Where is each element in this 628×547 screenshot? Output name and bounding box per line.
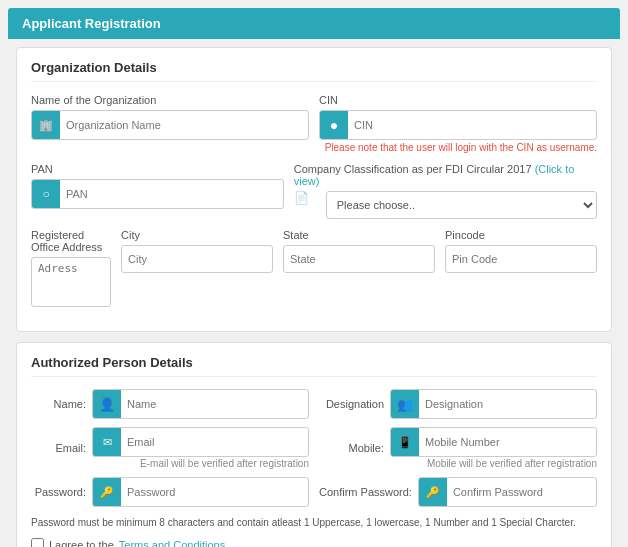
- email-field-wrapper: ✉: [92, 427, 309, 457]
- password-note: Password must be minimum 8 characters an…: [31, 515, 597, 530]
- org-name-label: Name of the Organization: [31, 94, 309, 106]
- name-label: Name:: [31, 398, 86, 410]
- page-header: Applicant Registration: [8, 8, 620, 39]
- email-input-wrapper: ✉ E-mail will be verified after registra…: [92, 427, 309, 469]
- email-label: Email:: [31, 442, 86, 454]
- state-label: State: [283, 229, 435, 241]
- org-row-3: Registered Office Address City State Pin…: [31, 229, 597, 307]
- mobile-field-wrapper: 📱: [390, 427, 597, 457]
- email-input[interactable]: [121, 432, 308, 452]
- pan-group: PAN ○: [31, 163, 284, 209]
- email-group: Email: ✉ E-mail will be verified after r…: [31, 427, 309, 469]
- company-class-select[interactable]: Please choose..: [326, 191, 597, 219]
- auth-row-3: Password: 🔑 Confirm Password: 🔑: [31, 477, 597, 507]
- email-hint: E-mail will be verified after registrati…: [92, 458, 309, 469]
- name-field-wrapper: 👤: [92, 389, 309, 419]
- pan-input-wrapper: ○: [31, 179, 284, 209]
- password-label: Password:: [31, 486, 86, 498]
- organization-section: Organization Details Name of the Organiz…: [16, 47, 612, 332]
- designation-field-wrapper: 👥: [390, 389, 597, 419]
- company-class-label: Company Classification as per FDI Circul…: [294, 163, 597, 187]
- org-section-title: Organization Details: [31, 60, 597, 82]
- address-group: Registered Office Address: [31, 229, 111, 307]
- mobile-label: Mobile:: [319, 442, 384, 454]
- designation-icon: 👥: [391, 390, 419, 418]
- terms-checkbox-row: I agree to the Terms and Conditions: [31, 538, 597, 547]
- cin-input-wrapper: ●: [319, 110, 597, 140]
- mobile-input-wrapper: 📱 Mobile will be verified after registra…: [390, 427, 597, 469]
- company-class-group: Company Classification as per FDI Circul…: [294, 163, 597, 219]
- pincode-group: Pincode: [445, 229, 597, 273]
- authorized-section: Authorized Person Details Name: 👤 Design…: [16, 342, 612, 547]
- confirm-password-field-wrapper: 🔑: [418, 477, 597, 507]
- address-label: Registered Office Address: [31, 229, 111, 253]
- mobile-hint: Mobile will be verified after registrati…: [390, 458, 597, 469]
- cin-icon: ●: [320, 111, 348, 139]
- address-input[interactable]: [31, 257, 111, 307]
- terms-checkbox[interactable]: [31, 538, 44, 547]
- name-input-wrapper: 👤: [92, 389, 309, 419]
- pan-label: PAN: [31, 163, 284, 175]
- password-group: Password: 🔑: [31, 477, 309, 507]
- auth-row-2: Email: ✉ E-mail will be verified after r…: [31, 427, 597, 469]
- name-group: Name: 👤: [31, 389, 309, 419]
- pincode-label: Pincode: [445, 229, 597, 241]
- cin-group: CIN ● Please note that the user will log…: [319, 94, 597, 153]
- key-icon: 🔑: [93, 478, 121, 506]
- org-row-1: Name of the Organization 🏢 CIN ● Please …: [31, 94, 597, 153]
- designation-input-wrapper: 👥: [390, 389, 597, 419]
- city-input[interactable]: [121, 245, 273, 273]
- password-input-wrapper: 🔑: [92, 477, 309, 507]
- page-content: Organization Details Name of the Organiz…: [8, 39, 620, 547]
- page-title: Applicant Registration: [22, 16, 161, 31]
- cin-hint: Please note that the user will login wit…: [319, 142, 597, 153]
- state-group: State: [283, 229, 435, 273]
- envelope-icon: ✉: [93, 428, 121, 456]
- password-field-wrapper: 🔑: [92, 477, 309, 507]
- confirm-password-input[interactable]: [447, 482, 596, 502]
- building-icon: 🏢: [32, 111, 60, 139]
- designation-group: Designation 👥: [319, 389, 597, 419]
- checkbox-label: I agree to the: [49, 539, 114, 548]
- confirm-key-icon: 🔑: [419, 478, 447, 506]
- state-input[interactable]: [283, 245, 435, 273]
- designation-label: Designation: [319, 398, 384, 410]
- pan-input[interactable]: [60, 184, 283, 204]
- confirm-password-group: Confirm Password: 🔑: [319, 477, 597, 507]
- org-name-input[interactable]: [60, 115, 308, 135]
- org-name-input-wrapper: 🏢: [31, 110, 309, 140]
- pincode-input[interactable]: [445, 245, 597, 273]
- pan-icon: ○: [32, 180, 60, 208]
- mobile-input[interactable]: [419, 432, 596, 452]
- terms-link[interactable]: Terms and Conditions: [119, 539, 225, 548]
- company-class-icon: 📄: [294, 191, 322, 219]
- confirm-password-label: Confirm Password:: [319, 486, 412, 498]
- org-row-2: PAN ○ Company Classification as per FDI …: [31, 163, 597, 219]
- mobile-group: Mobile: 📱 Mobile will be verified after …: [319, 427, 597, 469]
- name-input[interactable]: [121, 394, 308, 414]
- phone-icon: 📱: [391, 428, 419, 456]
- cin-input[interactable]: [348, 115, 596, 135]
- password-input[interactable]: [121, 482, 308, 502]
- page-wrapper: Applicant Registration Organization Deta…: [8, 8, 620, 547]
- person-icon: 👤: [93, 390, 121, 418]
- designation-input[interactable]: [419, 394, 596, 414]
- company-class-select-row: 📄 Please choose..: [294, 191, 597, 219]
- auth-section-title: Authorized Person Details: [31, 355, 597, 377]
- cin-label: CIN: [319, 94, 597, 106]
- auth-row-1: Name: 👤 Designation 👥: [31, 389, 597, 419]
- city-group: City: [121, 229, 273, 273]
- confirm-password-input-wrapper: 🔑: [418, 477, 597, 507]
- city-label: City: [121, 229, 273, 241]
- org-name-group: Name of the Organization 🏢: [31, 94, 309, 140]
